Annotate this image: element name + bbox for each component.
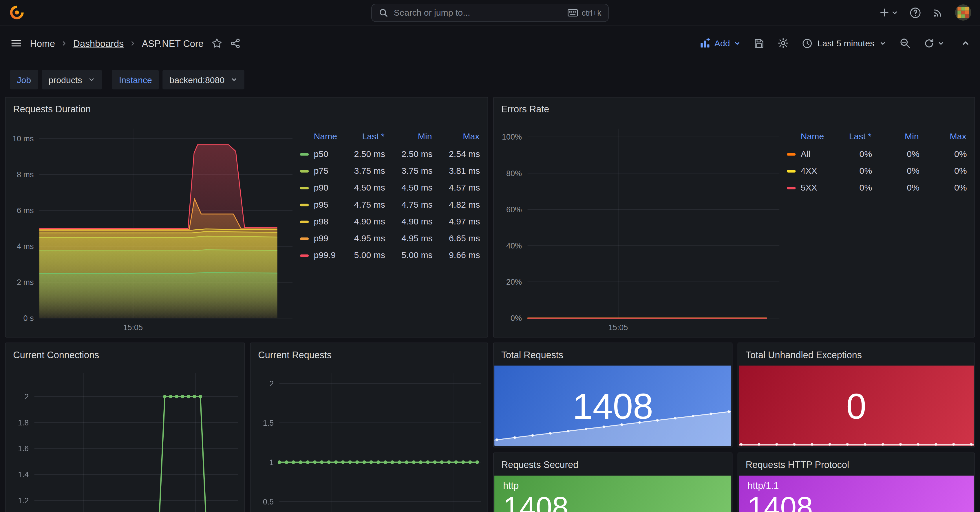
panel-title: Requests Secured — [501, 459, 578, 470]
svg-text:6 ms: 6 ms — [17, 206, 33, 215]
panel-title: Total Unhandled Exceptions — [746, 349, 862, 360]
shortcut-label: ctrl+k — [582, 8, 601, 17]
svg-text:1.4: 1.4 — [18, 470, 29, 479]
search-placeholder: Search or jump to... — [394, 8, 470, 17]
breadcrumb: Home Dashboards ASP.NET Core — [30, 38, 204, 49]
dashboard-toolbar: Home Dashboards ASP.NET Core Add — [0, 25, 980, 60]
top-nav: Search or jump to... ctrl+k — [0, 0, 980, 25]
new-menu-button[interactable] — [880, 8, 898, 17]
search-input[interactable]: Search or jump to... ctrl+k — [371, 3, 609, 22]
panel-title: Current Requests — [258, 349, 332, 360]
add-label: Add — [714, 38, 730, 48]
variable-instance-value[interactable]: backend:8080 — [163, 70, 245, 89]
chevron-down-icon — [88, 76, 95, 83]
favorite-star-icon[interactable] — [211, 37, 223, 49]
variable-job-value[interactable]: products — [42, 70, 102, 89]
grafana-logo-icon[interactable] — [9, 4, 25, 21]
panel-header[interactable]: Current Requests — [250, 343, 487, 366]
current-connections-chart[interactable]: 21.81.61.41.21 — [5, 366, 244, 512]
toolbar-actions: Add Last 5 minutes — [699, 37, 970, 49]
avatar[interactable] — [955, 4, 971, 21]
save-icon[interactable] — [754, 38, 765, 49]
svg-text:100%: 100% — [502, 133, 522, 142]
panel-errors-rate: Errors Rate 100%80%60%40%20%0%15:05 Name… — [493, 97, 975, 338]
svg-text:80%: 80% — [506, 169, 522, 178]
panel-title: Current Connections — [13, 349, 99, 360]
panel-header[interactable]: Requests HTTP Protocol — [738, 453, 975, 476]
panel-current-connections: Current Connections 21.81.61.41.21 — [5, 343, 245, 512]
search-icon — [379, 8, 388, 17]
legend-table[interactable]: NameLast *MinMaxp502.50 ms2.50 ms2.54 ms… — [300, 127, 480, 263]
plus-icon — [880, 8, 889, 17]
clock-icon — [802, 38, 813, 49]
chevron-right-icon — [129, 40, 137, 47]
stat-total-unhandled-exceptions: 0 — [739, 366, 974, 446]
stat-total-requests: 1408 — [494, 366, 731, 446]
errors-rate-chart[interactable]: 100%80%60%40%20%0%15:05 — [494, 120, 787, 337]
grafana-app: Search or jump to... ctrl+k — [0, 0, 980, 512]
chevron-down-icon[interactable] — [937, 40, 944, 47]
keyboard-icon — [567, 8, 578, 16]
chevron-down-icon — [734, 40, 741, 47]
panel-header[interactable]: Total Requests — [494, 343, 732, 366]
svg-text:4 ms: 4 ms — [17, 242, 33, 251]
chevron-right-icon — [60, 40, 67, 47]
svg-text:10 ms: 10 ms — [13, 134, 33, 143]
time-range-label: Last 5 minutes — [818, 38, 875, 48]
collapse-up-icon[interactable] — [961, 39, 970, 48]
svg-text:1.5: 1.5 — [263, 419, 274, 428]
breadcrumb-current: ASP.NET Core — [142, 38, 204, 49]
legend-table[interactable]: NameLast *MinMaxAll0%0%0%4XX0%0%0%5XX0%0… — [787, 127, 967, 196]
svg-text:1.8: 1.8 — [18, 418, 29, 427]
panel-title: Requests Duration — [13, 103, 91, 114]
panel-title: Requests HTTP Protocol — [746, 459, 849, 470]
svg-text:0 s: 0 s — [24, 314, 34, 323]
panel-requests-secured: Requests Secured http 1408 — [493, 453, 733, 512]
panel-header[interactable]: Requests Duration — [5, 98, 487, 120]
settings-gear-icon[interactable] — [778, 37, 789, 49]
stat-value: 1408 — [573, 388, 653, 424]
stat-value: 0 — [846, 388, 867, 424]
svg-text:1.2: 1.2 — [18, 496, 29, 505]
refresh-button[interactable] — [924, 38, 944, 49]
panel-header[interactable]: Total Unhandled Exceptions — [738, 343, 975, 366]
add-panel-button[interactable]: Add — [699, 37, 740, 49]
refresh-icon — [924, 38, 934, 49]
panel-header[interactable]: Errors Rate — [494, 98, 975, 120]
panel-total-unhandled-exceptions: Total Unhandled Exceptions 0 — [738, 343, 975, 448]
panel-requests-http-protocol: Requests HTTP Protocol http/1.1 1408 — [738, 453, 975, 512]
panel-header[interactable]: Requests Secured — [494, 453, 732, 476]
zoom-out-icon[interactable] — [899, 37, 911, 49]
svg-text:0.5: 0.5 — [263, 498, 274, 506]
stat-requests-http-protocol: http/1.1 1408 — [739, 475, 974, 512]
top-nav-actions — [880, 4, 971, 21]
variable-instance: Instance backend:8080 — [112, 70, 244, 89]
panel-header[interactable]: Current Connections — [5, 343, 244, 366]
news-icon[interactable] — [932, 7, 944, 18]
svg-text:60%: 60% — [506, 205, 522, 214]
svg-text:2: 2 — [24, 393, 29, 401]
stat-series-name: http/1.1 — [748, 480, 779, 491]
svg-text:0%: 0% — [511, 314, 522, 323]
variables-row: Job products Instance backend:8080 — [0, 60, 980, 89]
stat-requests-secured: http 1408 — [494, 475, 731, 512]
variable-instance-label: Instance — [112, 70, 159, 89]
breadcrumb-home[interactable]: Home — [30, 38, 55, 49]
stat-value: 1408 — [503, 493, 568, 512]
add-panel-icon — [699, 37, 711, 49]
svg-text:40%: 40% — [506, 242, 522, 250]
time-range-picker[interactable]: Last 5 minutes — [802, 38, 886, 49]
svg-text:1: 1 — [269, 458, 274, 467]
breadcrumb-dashboards[interactable]: Dashboards — [73, 38, 124, 49]
share-icon[interactable] — [230, 38, 240, 49]
panel-title: Total Requests — [501, 349, 563, 360]
requests-duration-chart[interactable]: 10 ms8 ms6 ms4 ms2 ms0 s15:05 — [5, 120, 300, 337]
svg-text:15:05: 15:05 — [123, 323, 143, 332]
chevron-down-icon — [891, 9, 898, 16]
current-requests-chart[interactable]: 21.510.5 — [250, 366, 487, 512]
help-icon[interactable] — [909, 7, 921, 19]
menu-toggle-icon[interactable] — [10, 37, 22, 49]
svg-text:20%: 20% — [506, 278, 522, 286]
svg-text:1.6: 1.6 — [18, 444, 29, 453]
variable-job-label: Job — [10, 70, 38, 89]
